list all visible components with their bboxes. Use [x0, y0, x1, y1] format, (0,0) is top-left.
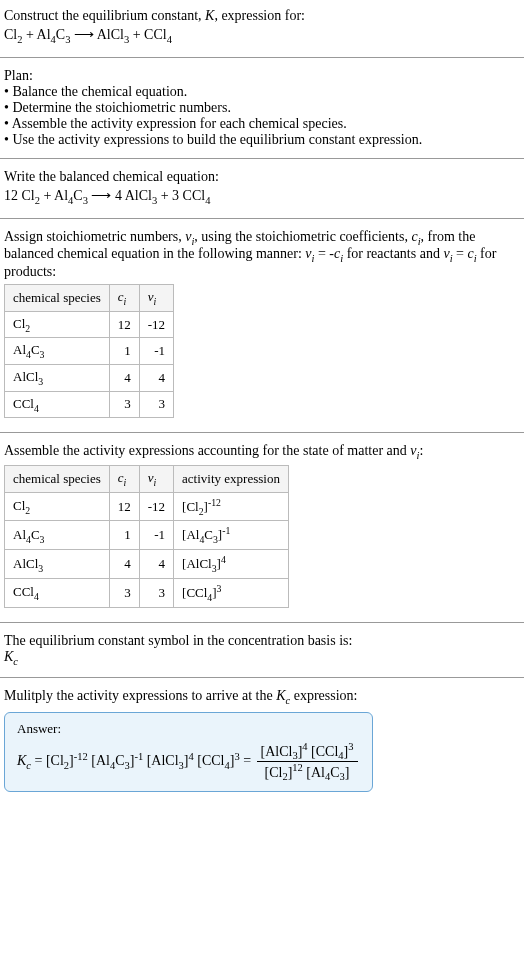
table-row: AlCl3 4 4 [AlCl3]4: [5, 550, 289, 579]
col-species: chemical species: [5, 285, 110, 312]
cell-ci: 3: [109, 391, 139, 418]
multiply-section: Mulitply the activity expressions to arr…: [0, 682, 524, 804]
divider: [0, 432, 524, 433]
plan-item: • Balance the chemical equation.: [4, 84, 520, 100]
divider: [0, 677, 524, 678]
cell-expr: [Al4C3]-1: [174, 521, 289, 550]
cell-ci: 4: [109, 550, 139, 579]
symbol-section: The equilibrium constant symbol in the c…: [0, 627, 524, 673]
col-vi: νi: [139, 285, 173, 312]
table-header-row: chemical species ci νi activity expressi…: [5, 465, 289, 492]
divider: [0, 218, 524, 219]
table-row: CCl4 3 3: [5, 391, 174, 418]
cell-vi: 4: [139, 550, 173, 579]
cell-species: AlCl3: [5, 364, 110, 391]
table-row: CCl4 3 3 [CCl4]3: [5, 579, 289, 608]
cell-species: Cl2: [5, 311, 110, 338]
cell-expr: [AlCl3]4: [174, 550, 289, 579]
balanced-equation: 12 Cl2 + Al4C3 ⟶ 4 AlCl3 + 3 CCl4: [4, 187, 520, 206]
cell-species: CCl4: [5, 391, 110, 418]
cell-vi: 4: [139, 364, 173, 391]
plan-item: • Determine the stoichiometric numbers.: [4, 100, 520, 116]
plan-item: • Use the activity expressions to build …: [4, 132, 520, 148]
multiply-text: Mulitply the activity expressions to arr…: [4, 688, 520, 706]
cell-expr: [Cl2]-12: [174, 492, 289, 521]
symbol-text: The equilibrium constant symbol in the c…: [4, 633, 520, 649]
col-species: chemical species: [5, 465, 110, 492]
cell-ci: 1: [109, 521, 139, 550]
divider: [0, 622, 524, 623]
plan-section: Plan: • Balance the chemical equation. •…: [0, 62, 524, 154]
answer-box: Answer: Kc = [Cl2]-12 [Al4C3]-1 [AlCl3]4…: [4, 712, 373, 792]
answer-label: Answer:: [17, 721, 360, 737]
cell-ci: 12: [109, 492, 139, 521]
cell-ci: 1: [109, 338, 139, 365]
cell-ci: 4: [109, 364, 139, 391]
title-section: Construct the equilibrium constant, K, e…: [0, 0, 524, 53]
cell-vi: 3: [139, 579, 173, 608]
table-row: Al4C3 1 -1 [Al4C3]-1: [5, 521, 289, 550]
cell-species: Cl2: [5, 492, 110, 521]
cell-expr: [CCl4]3: [174, 579, 289, 608]
table-row: Al4C3 1 -1: [5, 338, 174, 365]
cell-species: AlCl3: [5, 550, 110, 579]
symbol-value: Kc: [4, 649, 520, 667]
title-equation: Cl2 + Al4C3 ⟶ AlCl3 + CCl4: [4, 26, 520, 45]
table-row: Cl2 12 -12: [5, 311, 174, 338]
cell-vi: -1: [139, 338, 173, 365]
cell-vi: -12: [139, 311, 173, 338]
assign-text: Assign stoichiometric numbers, νi, using…: [4, 229, 520, 281]
cell-species: CCl4: [5, 579, 110, 608]
cell-species: Al4C3: [5, 521, 110, 550]
activity-section: Assemble the activity expressions accoun…: [0, 437, 524, 618]
cell-vi: -12: [139, 492, 173, 521]
activity-table: chemical species ci νi activity expressi…: [4, 465, 289, 608]
cell-ci: 3: [109, 579, 139, 608]
col-vi: νi: [139, 465, 173, 492]
divider: [0, 57, 524, 58]
title-line-1: Construct the equilibrium constant, K, e…: [4, 8, 520, 24]
balanced-heading: Write the balanced chemical equation:: [4, 169, 520, 185]
col-expr: activity expression: [174, 465, 289, 492]
plan-heading: Plan:: [4, 68, 520, 84]
cell-ci: 12: [109, 311, 139, 338]
plan-item: • Assemble the activity expression for e…: [4, 116, 520, 132]
balanced-section: Write the balanced chemical equation: 12…: [0, 163, 524, 214]
table-header-row: chemical species ci νi: [5, 285, 174, 312]
table-row: AlCl3 4 4: [5, 364, 174, 391]
activity-text: Assemble the activity expressions accoun…: [4, 443, 520, 461]
stoich-table: chemical species ci νi Cl2 12 -12 Al4C3 …: [4, 284, 174, 418]
cell-vi: -1: [139, 521, 173, 550]
cell-vi: 3: [139, 391, 173, 418]
col-ci: ci: [109, 285, 139, 312]
assign-section: Assign stoichiometric numbers, νi, using…: [0, 223, 524, 429]
col-ci: ci: [109, 465, 139, 492]
table-row: Cl2 12 -12 [Cl2]-12: [5, 492, 289, 521]
divider: [0, 158, 524, 159]
cell-species: Al4C3: [5, 338, 110, 365]
answer-expression: Kc = [Cl2]-12 [Al4C3]-1 [AlCl3]4 [CCl4]3…: [17, 741, 360, 783]
